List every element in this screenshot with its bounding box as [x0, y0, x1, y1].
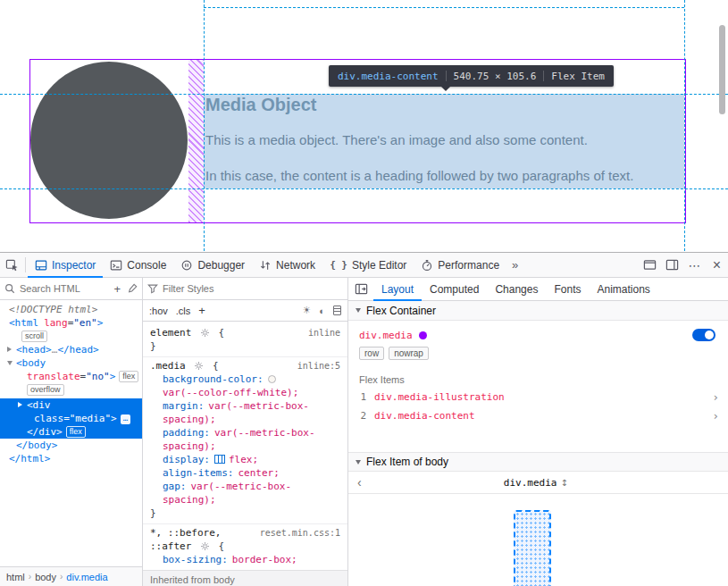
flex-direction-badge: row — [359, 347, 384, 360]
meatball-menu-icon[interactable]: ⋯ — [683, 253, 706, 277]
css-declaration[interactable]: gap:var(--metric-box-spacing); — [150, 480, 340, 506]
pick-element-button[interactable] — [0, 253, 23, 277]
flex-item-section-header[interactable]: Flex Item of body — [348, 452, 728, 472]
rules-toolbar: :hov .cls + ☀ ◐ — [143, 300, 347, 322]
tab-performance[interactable]: Performance — [414, 253, 506, 277]
class-panel-button[interactable]: .cls — [176, 306, 191, 316]
doctype-node[interactable]: <!DOCTYPE html> — [0, 303, 142, 316]
tab-style-editor[interactable]: { } Style Editor — [322, 253, 414, 277]
flex-badge[interactable]: flex — [119, 371, 138, 382]
browser-viewport: Media Object This is a media object. The… — [0, 0, 728, 252]
body-badges: overflow — [0, 383, 142, 397]
tab-debugger[interactable]: Debugger — [173, 253, 252, 277]
twisty-icon[interactable] — [7, 347, 12, 352]
responsive-design-icon[interactable] — [639, 253, 661, 277]
pseudo-class-button[interactable]: :hov — [149, 306, 168, 316]
infobar-divider — [543, 71, 544, 81]
print-media-icon[interactable] — [333, 306, 341, 315]
style-rule-element: inline element { } — [143, 324, 347, 357]
rule-selector[interactable]: .media — [150, 360, 186, 372]
inline-expander-button[interactable]: … — [121, 414, 130, 424]
body-node[interactable]: <body — [0, 356, 142, 370]
flex-highlighter-toggle[interactable] — [692, 329, 715, 341]
twisty-icon[interactable] — [7, 361, 13, 365]
chevron-right-icon: › — [712, 390, 719, 404]
tab-console[interactable]: Console — [103, 253, 173, 277]
sidebar-tabs: Layout Computed Changes Fonts Animations — [348, 278, 728, 301]
toolbar-separator — [25, 257, 26, 272]
tab-fonts[interactable]: Fonts — [546, 278, 589, 300]
css-declaration[interactable]: margin:var(--metric-box-spacing); — [150, 399, 340, 426]
tab-animations[interactable]: Animations — [589, 278, 657, 300]
flex-item-navigator: ‹ div.media↕ — [348, 472, 728, 494]
add-node-button[interactable]: + — [112, 282, 122, 296]
debugger-icon — [180, 259, 193, 272]
dock-side-icon[interactable] — [661, 253, 683, 277]
gear-icon[interactable] — [201, 542, 209, 550]
rule-selector[interactable]: ::after — [150, 540, 191, 552]
body-node-attrs[interactable]: translate="no">flex — [0, 370, 142, 383]
twisty-icon[interactable] — [18, 402, 22, 407]
flex-item-selector-dropdown[interactable]: div.media↕ — [371, 477, 701, 489]
highlighter-guide-h2 — [0, 188, 728, 189]
breadcrumb-div-media[interactable]: div.media — [66, 572, 107, 582]
search-html-input[interactable] — [20, 283, 107, 294]
flex-badge[interactable]: flex — [66, 426, 86, 438]
node-infobar-tooltip: div.media-content 540.75 × 105.6 Flex It… — [329, 65, 614, 87]
flex-container-row: div.media — [348, 321, 728, 345]
css-declaration[interactable]: align-items:center; — [150, 466, 340, 480]
dark-scheme-icon[interactable]: ◐ — [319, 306, 325, 316]
tab-computed[interactable]: Computed — [422, 278, 487, 300]
light-scheme-icon[interactable]: ☀ — [302, 305, 311, 316]
overflow-badge[interactable]: overflow — [27, 384, 64, 396]
tab-inspector[interactable]: Inspector — [28, 253, 103, 277]
rule-selector[interactable]: element — [150, 327, 191, 339]
tab-layout[interactable]: Layout — [373, 278, 422, 300]
tab-changes[interactable]: Changes — [487, 278, 546, 300]
infobar-dimensions: 540.75 × 105.6 — [454, 71, 537, 82]
breadcrumb-body[interactable]: body — [35, 572, 56, 582]
style-editor-icon: { } — [330, 259, 347, 271]
breadcrumb-separator: › — [60, 572, 63, 582]
color-swatch[interactable] — [268, 375, 276, 383]
eyedropper-icon[interactable] — [127, 283, 138, 294]
flex-item-highlight-fill — [204, 94, 684, 188]
html-close-node[interactable]: </html> — [0, 452, 142, 465]
flex-item-row-2[interactable]: 2 div.media-content › — [348, 406, 728, 425]
add-rule-button[interactable]: + — [198, 304, 205, 317]
page-scrollbar-thumb[interactable] — [719, 25, 725, 114]
network-icon — [259, 259, 272, 272]
css-declaration[interactable]: background-color:var(--color-off-white); — [150, 373, 340, 399]
rule-selector[interactable]: *, ::before, — [150, 527, 221, 539]
css-declaration[interactable]: box-sizing:border-box; — [150, 553, 340, 566]
selected-div-media-node[interactable]: <div class="media">… </div>flex — [0, 398, 142, 439]
gear-icon[interactable] — [195, 362, 203, 370]
close-devtools-icon[interactable]: × — [706, 253, 728, 277]
scroll-badge[interactable]: scroll — [21, 331, 47, 342]
rule-source-link[interactable]: inline:5 — [297, 359, 340, 373]
filter-styles-input[interactable] — [163, 283, 343, 294]
flexbox-highlighter-toggle-icon[interactable] — [214, 455, 225, 464]
tab-network[interactable]: Network — [252, 253, 322, 277]
html-node[interactable]: <htmllang="en"> — [0, 316, 142, 330]
css-declaration[interactable]: display:flex; — [150, 453, 340, 466]
previous-item-button[interactable]: ‹ — [348, 475, 371, 490]
body-close-node[interactable]: </body> — [0, 439, 142, 452]
flex-direction-badges: row nowrap — [348, 345, 728, 365]
rule-source-link[interactable]: inline — [308, 326, 340, 339]
breadcrumb-separator: › — [29, 572, 31, 582]
flex-container-selector[interactable]: div.media — [359, 330, 413, 341]
gear-icon[interactable] — [201, 329, 209, 337]
highlighter-color-dot[interactable] — [419, 331, 427, 339]
inspector-icon — [35, 259, 47, 272]
css-declaration[interactable]: padding:var(--metric-box-spacing); — [150, 426, 340, 453]
inherited-from-header: Inherited from body — [143, 570, 347, 586]
rule-source-link[interactable]: reset.min.css:1 — [260, 526, 340, 540]
breadcrumb-html[interactable]: html — [6, 572, 25, 582]
head-node[interactable]: <head>…</head> — [0, 343, 142, 356]
more-tabs-chevron[interactable]: » — [506, 253, 523, 277]
flex-container-section-header[interactable]: Flex Container — [348, 301, 728, 321]
highlighter-guide-v2 — [684, 0, 685, 251]
collapse-sidebar-icon[interactable] — [348, 278, 373, 300]
flex-item-row-1[interactable]: 1 div.media-illustration › — [348, 388, 728, 406]
